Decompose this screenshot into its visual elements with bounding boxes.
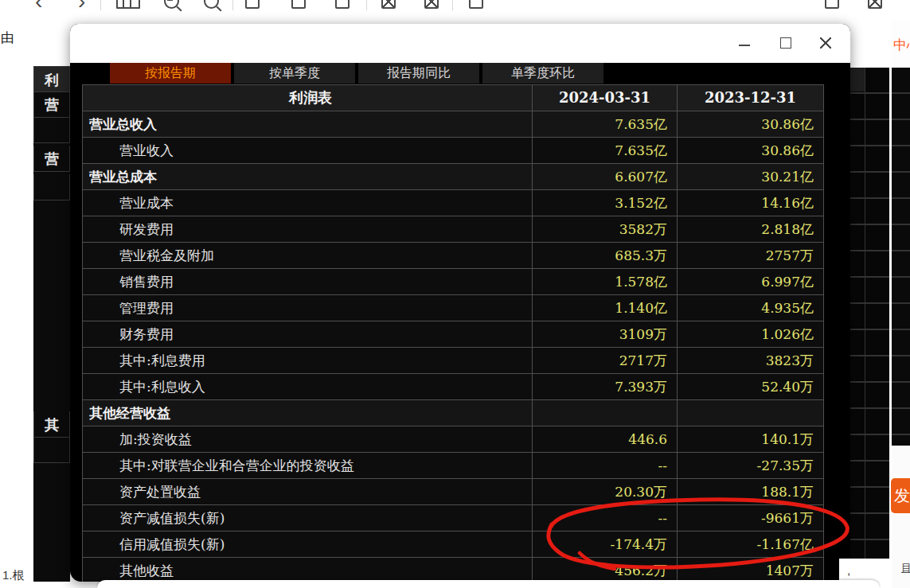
bg-row-label	[33, 437, 70, 463]
forward-icon[interactable]: ›	[78, 0, 85, 13]
window-icon[interactable]	[291, 0, 306, 9]
table-row[interactable]: 营业总收入 7.635亿 30.86亿	[83, 111, 823, 138]
row-label: 营业总收入	[83, 111, 533, 137]
row-label: 销售费用	[83, 269, 533, 294]
right-strip-label: 中心	[893, 36, 910, 54]
expand-icon[interactable]	[424, 0, 439, 9]
bg-row-label: 利	[33, 66, 70, 92]
close-panel-icon[interactable]	[381, 0, 396, 9]
table-row[interactable]: 其他收益 456.2万 1407万	[83, 558, 823, 582]
stray-comma: ,	[847, 563, 850, 577]
table-row[interactable]: 其中:利息费用 2717万 3823万	[83, 348, 823, 374]
tab-2[interactable]: 按单季度	[234, 63, 355, 84]
row-label: 营业税金及附加	[83, 243, 533, 268]
row-value-2023: 4.935亿	[678, 295, 823, 321]
table-row[interactable]: 销售费用 1.578亿 6.997亿	[83, 269, 823, 295]
row-value-2024: 456.2万	[533, 558, 678, 582]
row-value-2023: 2.818亿	[678, 216, 823, 242]
zoom-in-icon[interactable]	[204, 0, 219, 9]
divider	[232, 0, 233, 10]
row-value-2023: 6.997亿	[678, 269, 823, 294]
row-value-2024: 7.393万	[533, 374, 678, 399]
row-label: 其他收益	[83, 558, 533, 582]
bg-cell	[850, 68, 865, 92]
background-table-left: 利营营其	[33, 66, 70, 582]
row-value-2024: 3582万	[533, 216, 678, 242]
table-row[interactable]: 营业税金及附加 685.3万 2757万	[83, 243, 823, 269]
column-header-2023: 2023-12-31	[678, 85, 823, 111]
column-header-2024: 2024-03-31	[533, 85, 678, 111]
row-value-2023: 3823万	[678, 348, 823, 373]
financial-report-window: 按报告期按单季度报告期同比单季度环比 利润表 2024-03-31 2023-1…	[70, 24, 850, 582]
divider	[452, 0, 453, 10]
row-value-2024: 685.3万	[533, 243, 678, 268]
tab-1[interactable]: 按报告期	[110, 63, 231, 84]
table-title: 利润表	[83, 85, 533, 111]
grid-view-icon[interactable]	[116, 0, 140, 9]
side-action-button[interactable]: 发	[891, 478, 910, 513]
bottom-right-link[interactable]: 目	[901, 561, 910, 575]
new-window-icon[interactable]	[469, 0, 483, 9]
bg-row-label: 营	[33, 92, 70, 118]
row-value-2024: --	[533, 505, 678, 531]
table-row[interactable]: 财务费用 3109万 1.026亿	[83, 321, 823, 348]
close-button[interactable]	[814, 24, 838, 63]
row-value-2024: 446.6	[533, 426, 678, 452]
maximize-button[interactable]	[774, 24, 798, 63]
row-value-2024: -174.4万	[533, 532, 678, 557]
row-value-2024	[533, 400, 678, 426]
row-value-2024: 7.635亿	[533, 138, 678, 163]
row-label: 营业成本	[83, 190, 533, 216]
browser-toolbar: ‹›	[0, 0, 910, 13]
window-titlebar	[70, 24, 850, 63]
row-value-2024: 1.140亿	[533, 295, 678, 321]
row-value-2023: 14.16亿	[678, 190, 823, 216]
table-row[interactable]: 其中:利息收入 7.393万 52.40万	[83, 374, 823, 400]
row-value-2023: 30.86亿	[678, 111, 823, 137]
tab-3[interactable]: 报告期同比	[358, 63, 479, 84]
table-row[interactable]: 营业总成本 6.607亿 30.21亿	[83, 164, 823, 190]
bg-row-label	[33, 117, 70, 143]
table-row[interactable]: 研发费用 3582万 2.818亿	[83, 216, 823, 243]
table-row[interactable]: 资产减值损失(新) -- -9661万	[83, 505, 823, 532]
table-row[interactable]: 加:投资收益 446.6 140.1万	[83, 426, 823, 453]
table-row[interactable]: 管理费用 1.140亿 4.935亿	[83, 295, 823, 321]
bg-row-label: 营	[33, 146, 70, 172]
table-row[interactable]: 其中:对联营企业和合营企业的投资收益 -- -27.35万	[83, 453, 823, 479]
tab-4[interactable]: 单季度环比	[482, 63, 603, 84]
page-left-char: 由	[1, 29, 14, 47]
income-table-body: 营业总收入 7.635亿 30.86亿 营业收入 7.635亿 30.86亿 营…	[83, 111, 823, 582]
row-value-2023	[678, 400, 823, 426]
back-icon[interactable]: ‹	[35, 0, 42, 13]
table-row[interactable]: 资产处置收益 20.30万 188.1万	[83, 479, 823, 505]
table-row[interactable]: 其他经营收益	[83, 400, 823, 426]
app-close-icon[interactable]	[868, 0, 882, 9]
window2-icon[interactable]	[335, 0, 350, 9]
row-value-2023: -9661万	[678, 505, 823, 531]
row-value-2023: 30.86亿	[678, 138, 823, 163]
app-maximize-icon[interactable]	[825, 0, 839, 9]
popup-tabbar: 按报告期按单季度报告期同比单季度环比	[70, 63, 850, 84]
bg-row-label: 其	[33, 411, 70, 438]
row-label: 资产处置收益	[83, 479, 533, 504]
table-row[interactable]: 信用减值损失(新) -174.4万 -1.167亿	[83, 532, 823, 558]
zoom-out-icon[interactable]	[164, 0, 179, 9]
divider	[889, 68, 892, 446]
page-footnote: 1.根	[2, 568, 25, 583]
row-label: 其中:利息费用	[83, 348, 533, 373]
minimize-button[interactable]	[732, 24, 756, 63]
row-label: 其他经营收益	[83, 400, 533, 426]
panel-icon[interactable]	[245, 0, 260, 9]
row-value-2024: 3.152亿	[533, 190, 678, 216]
row-label: 加:投资收益	[83, 426, 533, 452]
row-value-2023: 1.026亿	[678, 321, 823, 347]
row-label: 管理费用	[83, 295, 533, 321]
divider	[366, 0, 367, 10]
row-value-2023: 140.1万	[678, 426, 823, 452]
row-label: 财务费用	[83, 321, 533, 347]
row-label: 资产减值损失(新)	[83, 505, 533, 531]
table-row[interactable]: 营业收入 7.635亿 30.86亿	[83, 138, 823, 164]
background-table-right	[850, 68, 889, 561]
row-value-2023: 30.21亿	[678, 164, 823, 189]
table-row[interactable]: 营业成本 3.152亿 14.16亿	[83, 190, 823, 216]
